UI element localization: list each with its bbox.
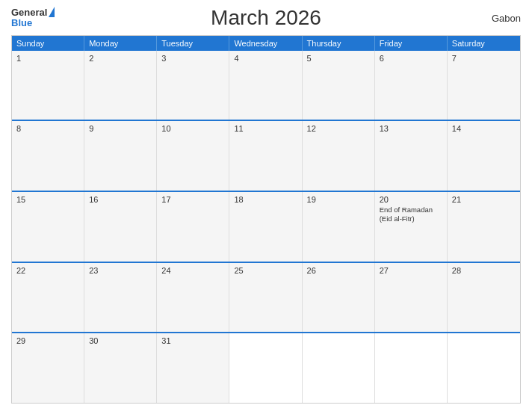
- day-number: 3: [161, 54, 224, 63]
- calendar-cell: 27: [375, 263, 448, 333]
- header-saturday: Saturday: [448, 36, 520, 51]
- calendar-body: 1234567891011121314151617181920End of Ra…: [12, 51, 520, 403]
- calendar-cell: 6: [375, 51, 448, 120]
- calendar-cell: 4: [229, 51, 302, 120]
- calendar-cell: [229, 333, 302, 403]
- calendar-cell: 21: [448, 192, 520, 262]
- header: General Blue March 2026 Gabon: [11, 7, 521, 29]
- header-sunday: Sunday: [12, 36, 84, 51]
- calendar: Sunday Monday Tuesday Wednesday Thursday…: [11, 35, 521, 404]
- calendar-cell: [375, 333, 448, 403]
- calendar-week-4: 22232425262728: [12, 263, 520, 334]
- calendar-cell: 12: [303, 121, 375, 191]
- day-number: 20: [380, 195, 442, 204]
- day-number: 13: [380, 124, 442, 133]
- calendar-cell: 14: [448, 121, 520, 191]
- calendar-cell: 15: [12, 192, 84, 262]
- calendar-cell: 10: [157, 121, 229, 191]
- country-label: Gabon: [492, 13, 521, 24]
- calendar-cell: 19: [303, 192, 375, 262]
- calendar-cell: [448, 333, 520, 403]
- page: General Blue March 2026 Gabon Sunday Mon…: [0, 0, 532, 411]
- day-number: 2: [89, 54, 152, 63]
- calendar-cell: 5: [303, 51, 375, 120]
- calendar-cell: 28: [448, 263, 520, 333]
- logo-blue-text: Blue: [11, 18, 55, 28]
- header-thursday: Thursday: [303, 36, 375, 51]
- calendar-cell: 16: [84, 192, 157, 262]
- calendar-cell: [303, 333, 375, 403]
- day-number: 16: [89, 195, 152, 204]
- day-number: 26: [307, 266, 370, 275]
- calendar-week-3: 151617181920End of Ramadan (Eid al-Fitr)…: [12, 192, 520, 263]
- calendar-cell: 31: [157, 333, 229, 403]
- day-number: 19: [307, 195, 370, 204]
- header-tuesday: Tuesday: [157, 36, 229, 51]
- day-number: 30: [89, 336, 152, 345]
- day-number: 25: [234, 266, 297, 275]
- calendar-week-2: 891011121314: [12, 121, 520, 192]
- calendar-cell: 7: [448, 51, 520, 120]
- calendar-title: March 2026: [211, 6, 321, 30]
- header-friday: Friday: [375, 36, 448, 51]
- calendar-cell: 3: [157, 51, 229, 120]
- calendar-cell: 9: [84, 121, 157, 191]
- day-number: 4: [234, 54, 297, 63]
- calendar-cell: 13: [375, 121, 448, 191]
- day-number: 17: [161, 195, 224, 204]
- calendar-cell: 29: [12, 333, 84, 403]
- calendar-week-5: 293031: [12, 333, 520, 403]
- day-number: 1: [16, 54, 79, 63]
- day-number: 22: [16, 266, 79, 275]
- day-number: 27: [380, 266, 442, 275]
- calendar-cell: 24: [157, 263, 229, 333]
- logo-triangle-icon: [49, 7, 55, 17]
- day-number: 15: [16, 195, 79, 204]
- day-number: 5: [307, 54, 370, 63]
- logo-general-text: General: [11, 7, 47, 18]
- day-number: 18: [234, 195, 297, 204]
- header-wednesday: Wednesday: [229, 36, 302, 51]
- day-number: 21: [452, 195, 516, 204]
- header-monday: Monday: [84, 36, 157, 51]
- calendar-cell: 30: [84, 333, 157, 403]
- calendar-cell: 20End of Ramadan (Eid al-Fitr): [375, 192, 448, 262]
- day-number: 10: [161, 124, 224, 133]
- day-number: 23: [89, 266, 152, 275]
- calendar-cell: 25: [229, 263, 302, 333]
- calendar-cell: 11: [229, 121, 302, 191]
- calendar-cell: 26: [303, 263, 375, 333]
- day-number: 12: [307, 124, 370, 133]
- day-number: 28: [452, 266, 516, 275]
- calendar-week-1: 1234567: [12, 51, 520, 122]
- day-number: 7: [452, 54, 516, 63]
- calendar-cell: 23: [84, 263, 157, 333]
- event-label: End of Ramadan (Eid al-Fitr): [380, 206, 442, 224]
- calendar-cell: 18: [229, 192, 302, 262]
- calendar-cell: 8: [12, 121, 84, 191]
- logo: General Blue: [11, 7, 55, 29]
- day-number: 29: [16, 336, 79, 345]
- day-number: 9: [89, 124, 152, 133]
- day-number: 31: [161, 336, 224, 345]
- calendar-header: Sunday Monday Tuesday Wednesday Thursday…: [12, 36, 520, 51]
- day-number: 14: [452, 124, 516, 133]
- day-number: 24: [161, 266, 224, 275]
- day-number: 8: [16, 124, 79, 133]
- calendar-cell: 17: [157, 192, 229, 262]
- calendar-cell: 22: [12, 263, 84, 333]
- calendar-cell: 1: [12, 51, 84, 120]
- day-number: 11: [234, 124, 297, 133]
- calendar-cell: 2: [84, 51, 157, 120]
- day-number: 6: [380, 54, 442, 63]
